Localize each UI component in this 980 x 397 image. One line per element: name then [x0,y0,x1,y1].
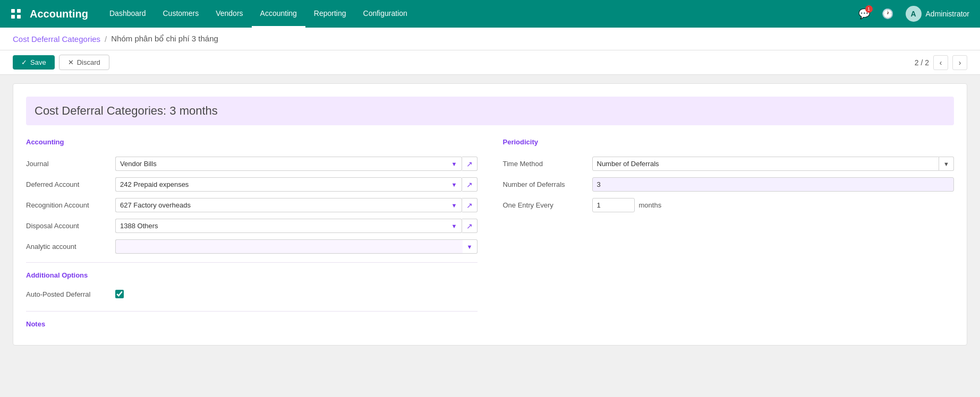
deferred-account-value: ▼ ↗ [115,177,478,192]
analytic-account-dropdown-btn[interactable]: ▼ [463,239,478,254]
one-entry-label: One Entry Every [503,201,588,209]
topbar: Accounting Dashboard Customers Vendors A… [0,0,980,28]
journal-value: ▼ ↗ [115,157,478,171]
time-method-field-row: Time Method Number of Deferrals ▼ [503,157,955,171]
journal-label: Journal [26,160,111,168]
apps-icon[interactable] [6,4,25,23]
deferred-account-combo: ▼ ↗ [115,177,478,192]
num-deferrals-input[interactable] [592,177,955,192]
topbar-right: 💬 1 🕐 A Administrator [855,4,974,24]
recognition-account-dropdown-btn[interactable]: ▼ [447,198,462,212]
journal-field-row: Journal ▼ ↗ [26,157,478,171]
svg-rect-0 [11,9,15,13]
content-area: Cost Deferral Categories: 3 months Accou… [0,75,980,354]
num-deferrals-label: Number of Deferrals [503,180,588,188]
additional-options-label: Additional Options [26,271,478,281]
num-deferrals-field-row: Number of Deferrals [503,177,955,192]
breadcrumb: Cost Deferral Categories / Nhóm phân bổ … [0,28,980,50]
nav-configuration[interactable]: Configuration [355,0,416,28]
accounting-section-label: Accounting [26,138,478,148]
user-name: Administrator [926,10,969,18]
deferred-account-field-row: Deferred Account ▼ ↗ [26,177,478,192]
recognition-account-field-row: Recognition Account ▼ ↗ [26,198,478,212]
recognition-account-combo: ▼ ↗ [115,198,478,212]
notes-divider [26,311,478,312]
num-deferrals-value [592,177,955,192]
breadcrumb-parent[interactable]: Cost Deferral Categories [13,34,100,44]
deferred-account-external-link[interactable]: ↗ [462,177,478,192]
user-menu[interactable]: A Administrator [901,4,974,24]
discard-button[interactable]: ✕ Discard [59,55,109,70]
form-title: Cost Deferral Categories: 3 months [26,97,954,125]
time-method-label: Time Method [503,160,588,168]
save-check-icon: ✓ [21,58,27,66]
disposal-account-external-link[interactable]: ↗ [462,219,478,233]
recognition-account-input[interactable] [115,198,447,212]
nav-reporting[interactable]: Reporting [305,0,355,28]
analytic-account-input[interactable] [115,239,463,254]
toolbar: ✓ Save ✕ Discard 2 / 2 ‹ › [0,50,980,75]
toolbar-right: 2 / 2 ‹ › [915,55,967,70]
disposal-account-label: Disposal Account [26,222,111,230]
clock-icon-btn[interactable]: 🕐 [878,4,897,23]
accounting-section: Accounting Journal ▼ ↗ Deferred Account [26,138,478,332]
disposal-account-combo: ▼ ↗ [115,219,478,233]
auto-posted-label: Auto-Posted Deferral [26,290,111,298]
auto-posted-checkbox[interactable] [115,290,124,298]
chat-icon-btn[interactable]: 💬 1 [855,4,874,23]
recognition-account-external-link[interactable]: ↗ [462,198,478,212]
analytic-account-combo: ▼ [115,239,478,254]
disposal-account-dropdown-btn[interactable]: ▼ [447,219,462,233]
chat-badge: 1 [865,5,873,13]
breadcrumb-separator: / [105,34,107,44]
deferred-account-input[interactable] [115,177,447,192]
nav-accounting[interactable]: Accounting [252,0,305,28]
svg-rect-2 [11,15,15,19]
recognition-account-label: Recognition Account [26,201,111,209]
nav-dashboard[interactable]: Dashboard [101,0,155,28]
discard-x-icon: ✕ [68,58,74,66]
svg-rect-1 [17,9,21,13]
section-divider [26,262,478,263]
clock-icon: 🕐 [882,8,893,20]
disposal-account-field-row: Disposal Account ▼ ↗ [26,219,478,233]
deferred-account-label: Deferred Account [26,180,111,188]
pager-next-button[interactable]: › [952,55,967,70]
one-entry-input[interactable] [592,198,635,212]
time-method-select[interactable]: Number of Deferrals [592,157,940,171]
nav-vendors[interactable]: Vendors [207,0,251,28]
nav-customers[interactable]: Customers [155,0,208,28]
journal-external-link[interactable]: ↗ [462,157,478,171]
periodicity-section: Periodicity Time Method Number of Deferr… [503,138,955,332]
one-entry-row: months [592,198,955,212]
time-method-arrow-icon: ▼ [939,157,954,171]
deferred-account-dropdown-btn[interactable]: ▼ [447,177,462,192]
notes-label: Notes [26,320,478,328]
avatar: A [906,6,922,22]
periodicity-section-label: Periodicity [503,138,955,148]
journal-combo: ▼ ↗ [115,157,478,171]
analytic-account-field-row: Analytic account ▼ [26,239,478,254]
notes-section: Notes [26,311,478,328]
app-brand: Accounting [30,8,88,20]
disposal-account-input[interactable] [115,219,447,233]
auto-posted-row: Auto-Posted Deferral [26,290,478,298]
additional-options-section: Additional Options Auto-Posted Deferral [26,262,478,298]
analytic-account-label: Analytic account [26,243,111,251]
journal-input[interactable] [115,157,447,171]
one-entry-unit: months [639,201,662,209]
one-entry-field-row: One Entry Every months [503,198,955,212]
disposal-account-value: ▼ ↗ [115,219,478,233]
breadcrumb-current: Nhóm phân bổ chi phí 3 tháng [111,34,218,44]
save-button[interactable]: ✓ Save [13,55,55,70]
recognition-account-value: ▼ ↗ [115,198,478,212]
pager-text: 2 / 2 [915,58,929,67]
journal-dropdown-btn[interactable]: ▼ [447,157,462,171]
one-entry-value: months [592,198,955,212]
time-method-value: Number of Deferrals ▼ [592,157,955,171]
topbar-nav: Dashboard Customers Vendors Accounting R… [101,0,416,28]
pager-prev-button[interactable]: ‹ [933,55,948,70]
svg-rect-3 [17,15,21,19]
analytic-account-value: ▼ [115,239,478,254]
form-card: Cost Deferral Categories: 3 months Accou… [13,83,967,346]
